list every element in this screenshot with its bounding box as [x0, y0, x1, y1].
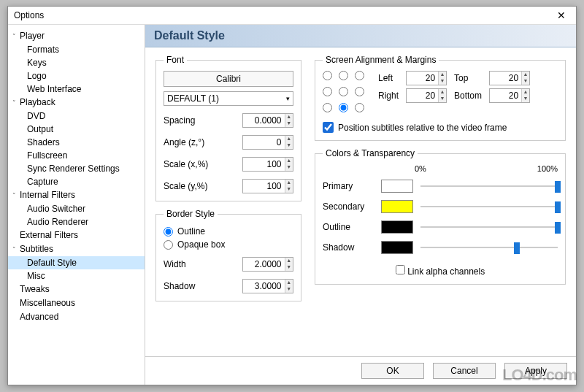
close-icon[interactable]: ✕	[553, 9, 570, 21]
spacing-spinbox[interactable]: ▲▼	[242, 113, 293, 128]
top-input[interactable]	[490, 72, 521, 85]
width-spinbox[interactable]: ▲▼	[242, 257, 293, 272]
bottom-spinbox[interactable]: ▲▼	[489, 88, 530, 103]
tree-item[interactable]: Audio Switcher	[8, 202, 145, 215]
scaley-spinbox[interactable]: ▲▼	[242, 179, 293, 193]
left-input[interactable]	[407, 72, 438, 85]
tree-item[interactable]: ˅Internal Filters	[8, 188, 145, 202]
cancel-button[interactable]: Cancel	[433, 363, 496, 379]
tree-item[interactable]: Output	[8, 123, 145, 136]
slider-thumb[interactable]	[514, 242, 520, 254]
shadow-spinbox[interactable]: ▲▼	[242, 279, 293, 293]
bottom-input[interactable]	[490, 89, 521, 102]
tree-item[interactable]: Misc	[8, 269, 145, 283]
down-icon[interactable]: ▼	[285, 164, 293, 171]
up-icon[interactable]: ▲	[522, 89, 529, 96]
tree-item[interactable]: Formats	[8, 43, 145, 56]
up-icon[interactable]: ▲	[285, 114, 293, 120]
align-radio-grid[interactable]	[323, 71, 368, 116]
right-spinbox[interactable]: ▲▼	[406, 88, 447, 103]
up-icon[interactable]: ▲	[285, 258, 293, 264]
scalex-input[interactable]	[243, 158, 285, 171]
right-input[interactable]	[407, 89, 438, 102]
up-icon[interactable]: ▲	[522, 72, 529, 78]
tree-item[interactable]: Web Interface	[8, 82, 145, 96]
scalex-spinbox[interactable]: ▲▼	[242, 157, 293, 172]
align-radio-0[interactable]	[323, 71, 332, 80]
down-icon[interactable]: ▼	[439, 78, 446, 85]
tree-item[interactable]: Logo	[8, 69, 145, 82]
align-radio-6[interactable]	[323, 103, 332, 112]
outline-radio-row[interactable]: Outline	[164, 226, 293, 237]
align-radio-3[interactable]	[323, 87, 332, 96]
align-radio-5[interactable]	[355, 87, 364, 96]
align-radio-4[interactable]	[339, 87, 348, 96]
spacing-input[interactable]	[243, 114, 285, 127]
shadow-input[interactable]	[243, 280, 285, 293]
caret-down-icon[interactable]: ˅	[12, 31, 20, 42]
tree-item[interactable]: ˅Subtitles	[8, 242, 145, 256]
down-icon[interactable]: ▼	[439, 96, 446, 102]
nav-tree[interactable]: ˅PlayerFormatsKeysLogoWeb Interface˅Play…	[8, 25, 145, 385]
alpha-slider[interactable]	[420, 179, 558, 193]
tree-item[interactable]: DVD	[8, 109, 145, 123]
link-alpha-row[interactable]: Link alpha channels	[396, 266, 485, 277]
alpha-slider[interactable]	[420, 220, 558, 234]
ok-button[interactable]: OK	[361, 363, 424, 379]
down-icon[interactable]: ▼	[285, 120, 293, 127]
up-icon[interactable]: ▲	[285, 136, 293, 142]
font-charset-dropdown[interactable]: DEFAULT (1) ▾	[164, 91, 293, 106]
scaley-input[interactable]	[243, 180, 285, 193]
outline-radio[interactable]	[164, 227, 173, 237]
left-spinbox[interactable]: ▲▼	[406, 71, 447, 85]
tree-item[interactable]: Miscellaneous	[8, 296, 145, 310]
up-icon[interactable]: ▲	[439, 89, 446, 96]
tree-item[interactable]: External Filters	[8, 228, 145, 242]
top-spinbox[interactable]: ▲▼	[489, 71, 530, 85]
opaque-radio-row[interactable]: Opaque box	[164, 239, 293, 250]
tree-item[interactable]: Audio Renderer	[8, 215, 145, 228]
opaque-radio[interactable]	[164, 240, 173, 250]
up-icon[interactable]: ▲	[285, 280, 293, 286]
tree-item[interactable]: ˅Player	[8, 29, 145, 43]
slider-thumb[interactable]	[555, 201, 561, 213]
alpha-slider[interactable]	[420, 199, 558, 214]
down-icon[interactable]: ▼	[522, 78, 529, 85]
align-radio-1[interactable]	[339, 71, 348, 80]
slider-thumb[interactable]	[555, 222, 561, 234]
tree-item[interactable]: Capture	[8, 175, 145, 188]
width-input[interactable]	[243, 258, 285, 271]
caret-down-icon[interactable]: ˅	[12, 244, 20, 255]
down-icon[interactable]: ▼	[285, 264, 293, 271]
tree-item[interactable]: Sync Renderer Settings	[8, 162, 145, 175]
angle-spinbox[interactable]: ▲▼	[242, 135, 293, 150]
tree-item[interactable]: Shaders	[8, 136, 145, 149]
relative-checkbox[interactable]	[323, 122, 334, 133]
tree-item[interactable]: Fullscreen	[8, 149, 145, 162]
font-name-button[interactable]: Calibri	[164, 71, 293, 87]
color-swatch[interactable]	[381, 241, 413, 254]
tree-item[interactable]: Advanced	[8, 310, 145, 324]
relative-checkbox-row[interactable]: Position subtitles relative to the video…	[323, 122, 558, 133]
down-icon[interactable]: ▼	[522, 96, 529, 102]
up-icon[interactable]: ▲	[285, 180, 293, 186]
link-alpha-checkbox[interactable]	[396, 265, 405, 274]
align-radio-8[interactable]	[355, 103, 364, 112]
up-icon[interactable]: ▲	[285, 158, 293, 164]
color-swatch[interactable]	[381, 200, 413, 213]
tree-item[interactable]: Keys	[8, 56, 145, 69]
caret-down-icon[interactable]: ˅	[12, 97, 20, 109]
color-swatch[interactable]	[381, 180, 413, 193]
tree-item[interactable]: ˅Playback	[8, 96, 145, 109]
caret-down-icon[interactable]: ˅	[12, 190, 20, 201]
tree-item[interactable]: Default Style	[8, 256, 145, 269]
color-swatch[interactable]	[381, 220, 413, 234]
up-icon[interactable]: ▲	[439, 72, 446, 78]
down-icon[interactable]: ▼	[285, 186, 293, 193]
apply-button[interactable]: Apply	[504, 363, 567, 379]
align-radio-7[interactable]	[339, 103, 348, 112]
align-radio-2[interactable]	[355, 71, 364, 80]
down-icon[interactable]: ▼	[285, 142, 293, 149]
alpha-slider[interactable]	[420, 240, 558, 255]
down-icon[interactable]: ▼	[285, 286, 293, 293]
